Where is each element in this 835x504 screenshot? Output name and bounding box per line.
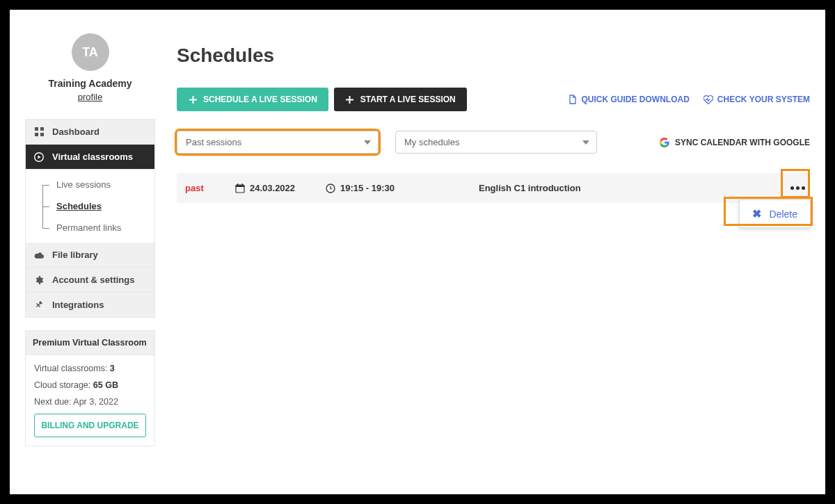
avatar[interactable]: TA — [72, 33, 109, 71]
link-label: SYNC CALENDAR WITH GOOGLE — [675, 138, 810, 147]
premium-box: Premium Virtual Classroom Virtual classr… — [25, 330, 155, 446]
sidebar-item-label: Account & settings — [52, 275, 134, 285]
sessions-filter-select[interactable]: Past sessions — [177, 131, 379, 154]
clock-icon — [326, 184, 335, 193]
row-title: English C1 introduction — [479, 183, 581, 193]
svg-rect-8 — [346, 99, 353, 100]
schedules-filter-select[interactable]: My schedules — [395, 131, 597, 154]
status-badge: past — [185, 183, 235, 193]
row-date-text: 24.03.2022 — [250, 183, 295, 193]
sidebar-item-dashboard[interactable]: Dashboard — [26, 120, 154, 145]
filters: Past sessions My schedules SYNC CALENDAR… — [177, 131, 810, 154]
grid-icon — [34, 127, 44, 137]
row-date: 24.03.2022 — [235, 183, 326, 193]
calendar-icon — [235, 184, 245, 193]
profile-link[interactable]: profile — [25, 92, 155, 102]
toolbar: SCHEDULE A LIVE SESSION START A LIVE SES… — [177, 88, 810, 111]
sidebar-subnav: Live sessions Schedules Permanent links — [26, 170, 154, 243]
button-label: START A LIVE SESSION — [360, 95, 456, 104]
sidebar-subitem-live-sessions[interactable]: Live sessions — [42, 174, 154, 195]
org-name: Training Academy — [25, 78, 155, 89]
sync-google-link[interactable]: SYNC CALENDAR WITH GOOGLE — [660, 138, 810, 147]
check-system-link[interactable]: CHECK YOUR SYSTEM — [703, 95, 810, 104]
sidebar-subitem-permanent-links[interactable]: Permanent links — [42, 217, 154, 238]
svg-rect-11 — [237, 184, 238, 186]
cloud-icon — [34, 250, 44, 260]
schedule-session-button[interactable]: SCHEDULE A LIVE SESSION — [177, 88, 328, 111]
sidebar-item-label: Dashboard — [52, 127, 100, 137]
link-label: CHECK YOUR SYSTEM — [717, 95, 810, 104]
svg-rect-10 — [236, 185, 244, 187]
premium-nextdue-value: Apr 3, 2022 — [73, 397, 118, 407]
main-content: Schedules SCHEDULE A LIVE SESSION START … — [177, 44, 810, 203]
plus-icon — [345, 95, 355, 104]
google-icon — [660, 138, 669, 147]
row-time: 19:15 - 19:30 — [326, 183, 437, 193]
premium-storage-value: 65 GB — [93, 380, 118, 390]
premium-vc-value: 3 — [110, 364, 115, 373]
sidebar-item-virtual-classrooms[interactable]: Virtual classrooms — [26, 145, 154, 170]
sidebar-item-label: Virtual classrooms — [52, 152, 133, 162]
premium-vc-label: Virtual classrooms: — [34, 364, 110, 373]
svg-rect-6 — [189, 99, 197, 100]
delete-action[interactable]: Delete — [770, 209, 797, 220]
plus-icon — [188, 95, 198, 104]
sidebar-item-label: Integrations — [52, 300, 104, 310]
quick-guide-link[interactable]: QUICK GUIDE DOWNLOAD — [568, 95, 690, 104]
kebab-icon — [790, 186, 805, 190]
svg-rect-12 — [242, 184, 243, 186]
sidebar-nav: Dashboard Virtual classrooms Live sessio… — [25, 119, 155, 318]
heartbeat-icon — [703, 95, 713, 104]
premium-nextdue-label: Next due: — [34, 397, 73, 407]
plug-icon — [34, 300, 44, 310]
schedule-row: past 24.03.2022 19:15 - 19:30 English C1… — [177, 173, 810, 203]
premium-storage-label: Cloud storage: — [34, 380, 93, 390]
row-time-text: 19:15 - 19:30 — [340, 183, 395, 193]
file-icon — [568, 95, 578, 104]
button-label: SCHEDULE A LIVE SESSION — [203, 95, 317, 104]
row-actions-button[interactable] — [788, 179, 807, 198]
close-icon: ✖ — [752, 207, 761, 220]
svg-rect-3 — [40, 133, 44, 136]
svg-rect-1 — [40, 127, 44, 131]
play-circle-icon — [34, 152, 44, 162]
page-title: Schedules — [177, 44, 810, 67]
sidebar-item-account-settings[interactable]: Account & settings — [26, 268, 154, 293]
start-session-button[interactable]: START A LIVE SESSION — [334, 88, 467, 111]
row-actions-dropdown: ✖ Delete — [739, 200, 811, 228]
gear-icon — [34, 275, 44, 285]
sidebar-item-file-library[interactable]: File library — [26, 243, 154, 268]
svg-rect-0 — [35, 127, 38, 131]
billing-upgrade-button[interactable]: BILLING AND UPGRADE — [34, 414, 146, 437]
sidebar: TA Training Academy profile Dashboard Vi… — [25, 33, 155, 446]
sidebar-subitem-schedules[interactable]: Schedules — [42, 195, 154, 217]
sidebar-item-integrations[interactable]: Integrations — [26, 293, 154, 317]
sidebar-item-label: File library — [52, 250, 98, 260]
svg-rect-2 — [35, 133, 38, 136]
link-label: QUICK GUIDE DOWNLOAD — [582, 95, 690, 104]
premium-heading: Premium Virtual Classroom — [26, 331, 154, 355]
